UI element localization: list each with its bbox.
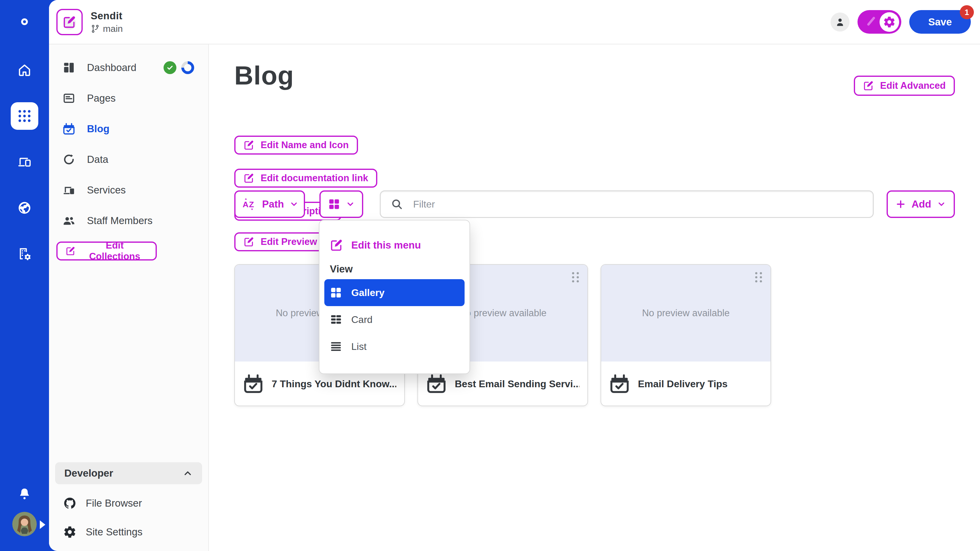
menu-option-label: Card (351, 314, 372, 326)
sidebar: Dashboard Pages Blog Data Services Staff… (49, 44, 209, 551)
sidebar-item-label: Staff Members (87, 215, 153, 227)
github-icon (63, 497, 76, 510)
list-lines-icon (330, 340, 342, 353)
notifications-bell-icon[interactable] (18, 487, 31, 501)
settings-knob (880, 12, 899, 32)
card-rows-icon (330, 313, 342, 326)
sidebar-item-label: Blog (87, 123, 109, 135)
menu-option-label: Gallery (351, 287, 385, 299)
no-preview-text: No preview available (642, 308, 730, 319)
account-button[interactable] (830, 13, 850, 32)
no-preview-text: No preview available (459, 308, 546, 319)
edit-name-icon-button[interactable]: Edit Name and Icon (234, 136, 358, 155)
rail-item-building-gear-icon[interactable] (11, 240, 38, 268)
edit-icon (65, 246, 76, 257)
menu-option-card[interactable]: Card (320, 306, 469, 333)
grid-2x2-icon (328, 198, 340, 210)
icon-rail (0, 0, 49, 551)
card-title: Best Email Sending Servi... (455, 378, 579, 390)
collection-card-email-delivery-tips[interactable]: No preview available Email Delivery Tips (601, 264, 771, 406)
globe-icon (18, 201, 32, 215)
menu-option-gallery[interactable]: Gallery (324, 279, 465, 306)
drag-handle-icon[interactable] (570, 271, 581, 284)
loading-spinner-icon (178, 59, 197, 76)
edit-this-menu-item[interactable]: Edit this menu (320, 232, 469, 258)
people-icon (62, 214, 75, 227)
sidebar-item-label: Pages (87, 92, 116, 104)
unsaved-count-badge: 1 (960, 5, 974, 19)
chevron-up-icon (183, 468, 193, 478)
rail-item-globe-icon[interactable] (11, 194, 38, 222)
menu-option-list[interactable]: List (320, 333, 469, 360)
app-logo[interactable] (14, 12, 35, 32)
calendar-check-icon (62, 122, 75, 135)
plus-icon (896, 199, 906, 210)
rail-item-devices-icon[interactable] (11, 148, 38, 176)
edit-preview-button[interactable]: Edit Preview (234, 232, 326, 251)
sidebar-item-data[interactable]: Data (62, 150, 202, 169)
main-content: Blog Edit Advanced Edit Name and Icon Ed… (209, 44, 980, 551)
grid-2x2-icon (330, 286, 342, 299)
developer-section: Developer File Browser Site Settings (55, 462, 202, 542)
edit-collections-button[interactable]: Edit Collections (56, 241, 157, 260)
edit-advanced-button[interactable]: Edit Advanced (854, 76, 955, 96)
site-name: Sendit (91, 10, 123, 22)
sidebar-item-label: Dashboard (87, 62, 136, 73)
view-mode-dropdown[interactable] (320, 191, 363, 218)
services-icon (62, 184, 75, 197)
edit-icon (243, 173, 255, 184)
sidebar-item-file-browser[interactable]: File Browser (63, 494, 202, 513)
sidebar-item-staff-members[interactable]: Staff Members (62, 211, 202, 230)
status-badges (164, 61, 194, 74)
sidebar-item-site-settings[interactable]: Site Settings (63, 522, 202, 542)
svg-text:Z: Z (249, 200, 254, 209)
card-title: 7 Things You Didnt Know... (272, 378, 396, 390)
devices-icon (18, 155, 32, 169)
sidebar-expand-arrow-icon[interactable] (40, 520, 45, 529)
dashboard-icon (62, 61, 75, 74)
add-button[interactable]: Add (886, 191, 955, 218)
pencil-icon (865, 16, 877, 28)
pages-icon (62, 92, 75, 105)
chevron-down-icon (346, 200, 355, 209)
building-gear-icon (18, 247, 32, 261)
rail-bottom (12, 487, 37, 551)
gear-icon (883, 16, 896, 29)
calendar-check-icon (609, 373, 630, 394)
menu-section-label: View (330, 263, 459, 275)
edit-icon (243, 236, 255, 247)
card-title: Email Delivery Tips (638, 378, 728, 390)
sort-by-path-dropdown[interactable]: AZ Path (234, 191, 305, 218)
developer-collapse-header[interactable]: Developer (55, 462, 202, 484)
drag-handle-icon[interactable] (753, 271, 764, 284)
filter-field (380, 191, 874, 218)
rail-item-home-icon[interactable] (11, 56, 38, 84)
sidebar-item-label: Data (87, 154, 108, 165)
user-avatar[interactable] (12, 512, 37, 536)
sidebar-item-label: Site Settings (86, 526, 142, 538)
calendar-check-icon (426, 373, 447, 394)
svg-text:A: A (243, 200, 248, 209)
topbar: Sendit main Save 1 (49, 0, 980, 44)
sidebar-item-pages[interactable]: Pages (62, 89, 202, 108)
calendar-check-icon (243, 373, 264, 394)
edit-documentation-link-button[interactable]: Edit documentation link (234, 169, 377, 187)
chevron-down-icon (290, 200, 299, 209)
sidebar-item-services[interactable]: Services (62, 180, 202, 200)
search-icon (391, 198, 403, 210)
sidebar-item-blog[interactable]: Blog (62, 119, 202, 139)
sidebar-item-dashboard[interactable]: Dashboard (62, 58, 202, 78)
home-icon (18, 63, 32, 77)
sort-alpha-icon: AZ (241, 197, 257, 211)
sidebar-item-label: File Browser (86, 497, 142, 509)
card-preview: No preview available (601, 265, 770, 362)
edit-site-icon-button[interactable] (56, 9, 83, 35)
edit-settings-mode-toggle[interactable] (858, 10, 901, 34)
view-dropdown-menu: Edit this menu View Gallery Card List (319, 220, 470, 374)
content-panel: Sendit main Save 1 (49, 0, 980, 551)
edit-icon (330, 238, 343, 252)
chevron-down-icon (937, 200, 946, 209)
card-footer: Email Delivery Tips (601, 362, 770, 406)
rail-item-apps-grid-icon[interactable] (11, 102, 38, 130)
filter-input[interactable] (380, 191, 874, 218)
